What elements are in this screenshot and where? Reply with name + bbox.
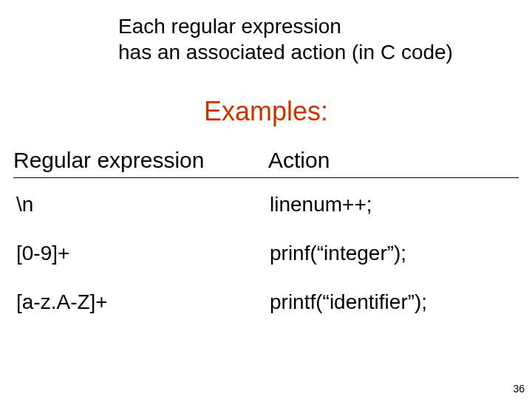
cell-action: linenum++;	[270, 193, 519, 216]
page-number: 36	[513, 383, 525, 395]
examples-table: Regular expression Action \n linenum++; …	[13, 148, 519, 339]
header-regex: Regular expression	[13, 148, 268, 173]
cell-action: printf(“identifier”);	[270, 290, 519, 314]
intro-text: Each regular expression has an associate…	[118, 13, 502, 65]
table-divider	[13, 177, 519, 178]
intro-line-2: has an associated action (in C code)	[118, 39, 502, 65]
cell-regex: \n	[13, 193, 270, 216]
table-row: [a-z.A-Z]+ printf(“identifier”);	[13, 290, 519, 314]
table-row: \n linenum++;	[13, 193, 519, 216]
header-action: Action	[268, 148, 519, 173]
cell-regex: [a-z.A-Z]+	[13, 290, 270, 314]
table-header-row: Regular expression Action	[13, 148, 519, 177]
cell-regex: [0-9]+	[13, 242, 270, 265]
examples-heading: Examples:	[0, 96, 532, 127]
table-row: [0-9]+ prinf(“integer”);	[13, 242, 519, 265]
intro-line-1: Each regular expression	[118, 13, 502, 39]
slide: Each regular expression has an associate…	[0, 0, 532, 399]
cell-action: prinf(“integer”);	[270, 242, 519, 265]
